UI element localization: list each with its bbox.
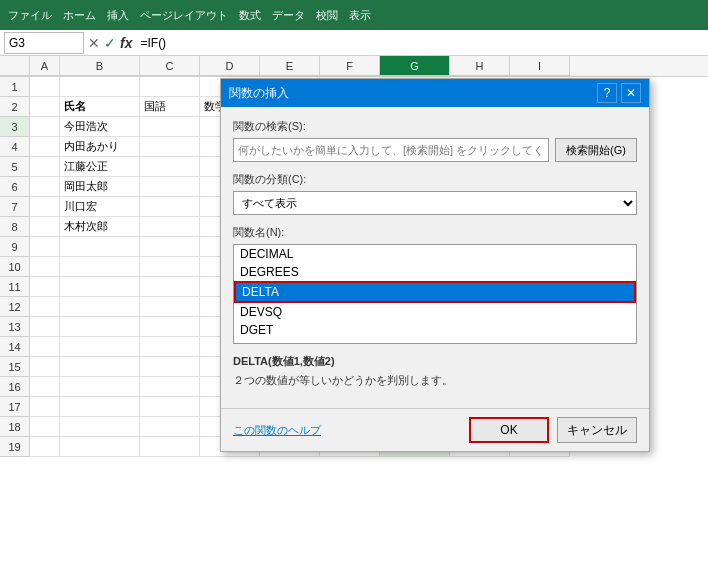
cell-b12[interactable] xyxy=(60,297,140,317)
col-header-f[interactable]: F xyxy=(320,56,380,76)
cell-c1[interactable] xyxy=(140,77,200,97)
cell-c3[interactable] xyxy=(140,117,200,137)
row-header-4: 4 xyxy=(0,137,30,157)
name-box[interactable]: G3 xyxy=(4,32,84,54)
cell-c6[interactable] xyxy=(140,177,200,197)
category-row: すべて表示 xyxy=(233,191,637,215)
cell-b8[interactable]: 木村次郎 xyxy=(60,217,140,237)
row-header-16: 16 xyxy=(0,377,30,397)
cell-a4[interactable] xyxy=(30,137,60,157)
search-label: 関数の検索(S): xyxy=(233,119,637,134)
formula-input[interactable] xyxy=(136,32,704,54)
ok-button[interactable]: OK xyxy=(469,417,549,443)
cell-c4[interactable] xyxy=(140,137,200,157)
category-select[interactable]: すべて表示 xyxy=(233,191,637,215)
cell-a13[interactable] xyxy=(30,317,60,337)
col-header-a[interactable]: A xyxy=(30,56,60,76)
cell-b11[interactable] xyxy=(60,277,140,297)
search-input[interactable] xyxy=(233,138,549,162)
cell-b18[interactable] xyxy=(60,417,140,437)
cell-b19[interactable] xyxy=(60,437,140,457)
row-header-5: 5 xyxy=(0,157,30,177)
cancel-icon[interactable]: ✕ xyxy=(88,35,100,51)
cell-c2[interactable]: 国語 xyxy=(140,97,200,117)
formula-bar: G3 ✕ ✓ fx xyxy=(0,30,708,56)
cell-c13[interactable] xyxy=(140,317,200,337)
list-item[interactable]: DEGREES xyxy=(234,263,636,281)
cell-b9[interactable] xyxy=(60,237,140,257)
cell-a2[interactable] xyxy=(30,97,60,117)
cell-c9[interactable] xyxy=(140,237,200,257)
cell-a8[interactable] xyxy=(30,217,60,237)
cell-c12[interactable] xyxy=(140,297,200,317)
cell-b1[interactable] xyxy=(60,77,140,97)
dialog-titlebar: 関数の挿入 ? ✕ xyxy=(221,79,649,107)
cell-c7[interactable] xyxy=(140,197,200,217)
col-header-e[interactable]: E xyxy=(260,56,320,76)
col-header-i[interactable]: I xyxy=(510,56,570,76)
function-description: ２つの数値が等しいかどうかを判別します。 xyxy=(233,373,637,388)
cell-a7[interactable] xyxy=(30,197,60,217)
dialog-help-button[interactable]: ? xyxy=(597,83,617,103)
spreadsheet: ファイル ホーム 挿入 ページレイアウト 数式 データ 校閲 表示 G3 ✕ ✓… xyxy=(0,0,708,585)
cell-a17[interactable] xyxy=(30,397,60,417)
col-header-g[interactable]: G xyxy=(380,56,450,76)
cell-b13[interactable] xyxy=(60,317,140,337)
col-header-b[interactable]: B xyxy=(60,56,140,76)
cell-a14[interactable] xyxy=(30,337,60,357)
cell-b16[interactable] xyxy=(60,377,140,397)
list-item[interactable]: DISC xyxy=(234,339,636,344)
cell-a16[interactable] xyxy=(30,377,60,397)
cell-a19[interactable] xyxy=(30,437,60,457)
help-link[interactable]: この関数のヘルプ xyxy=(233,423,321,438)
cell-a12[interactable] xyxy=(30,297,60,317)
list-item[interactable]: DGET xyxy=(234,321,636,339)
cell-b17[interactable] xyxy=(60,397,140,417)
cell-b5[interactable]: 江藤公正 xyxy=(60,157,140,177)
cell-c16[interactable] xyxy=(140,377,200,397)
cell-c14[interactable] xyxy=(140,337,200,357)
cell-b6[interactable]: 岡田太郎 xyxy=(60,177,140,197)
cell-b14[interactable] xyxy=(60,337,140,357)
col-header-h[interactable]: H xyxy=(450,56,510,76)
row-header-1: 1 xyxy=(0,77,30,97)
row-header-12: 12 xyxy=(0,297,30,317)
ribbon-label: ファイル ホーム 挿入 ページレイアウト 数式 データ 校閲 表示 xyxy=(8,8,371,23)
confirm-icon[interactable]: ✓ xyxy=(104,35,116,51)
dialog-close-button[interactable]: ✕ xyxy=(621,83,641,103)
cell-b2[interactable]: 氏名 xyxy=(60,97,140,117)
list-item-delta[interactable]: DELTA xyxy=(234,281,636,303)
cell-a1[interactable] xyxy=(30,77,60,97)
search-button[interactable]: 検索開始(G) xyxy=(555,138,637,162)
cell-b10[interactable] xyxy=(60,257,140,277)
list-item[interactable]: DEVSQ xyxy=(234,303,636,321)
col-header-c[interactable]: C xyxy=(140,56,200,76)
cell-b15[interactable] xyxy=(60,357,140,377)
cancel-button[interactable]: キャンセル xyxy=(557,417,637,443)
cell-a3[interactable] xyxy=(30,117,60,137)
cell-a6[interactable] xyxy=(30,177,60,197)
cell-c17[interactable] xyxy=(140,397,200,417)
cell-a15[interactable] xyxy=(30,357,60,377)
cell-c10[interactable] xyxy=(140,257,200,277)
cell-c18[interactable] xyxy=(140,417,200,437)
cell-a9[interactable] xyxy=(30,237,60,257)
cell-b7[interactable]: 川口宏 xyxy=(60,197,140,217)
row-header-9: 9 xyxy=(0,237,30,257)
cell-c15[interactable] xyxy=(140,357,200,377)
cell-c11[interactable] xyxy=(140,277,200,297)
cell-a11[interactable] xyxy=(30,277,60,297)
category-section: 関数の分類(C): すべて表示 xyxy=(233,172,637,215)
cell-c19[interactable] xyxy=(140,437,200,457)
function-list[interactable]: DECIMAL DEGREES DELTA DEVSQ DGET DISC DM… xyxy=(233,244,637,344)
list-item[interactable]: DECIMAL xyxy=(234,245,636,263)
cell-c8[interactable] xyxy=(140,217,200,237)
cell-a18[interactable] xyxy=(30,417,60,437)
cell-c5[interactable] xyxy=(140,157,200,177)
cell-b4[interactable]: 内田あかり xyxy=(60,137,140,157)
fx-icon[interactable]: fx xyxy=(120,35,132,51)
cell-b3[interactable]: 今田浩次 xyxy=(60,117,140,137)
cell-a10[interactable] xyxy=(30,257,60,277)
col-header-d[interactable]: D xyxy=(200,56,260,76)
cell-a5[interactable] xyxy=(30,157,60,177)
